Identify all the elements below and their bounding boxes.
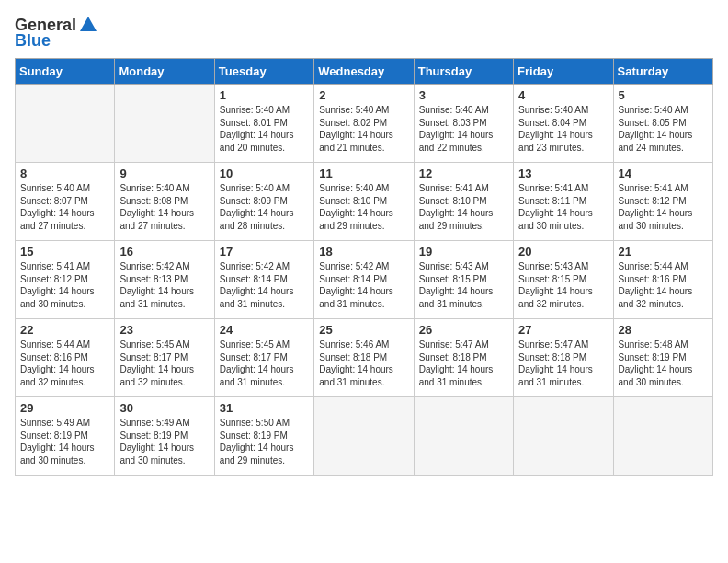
day-info: Sunrise: 5:45 AMSunset: 8:17 PMDaylight:… xyxy=(220,339,309,388)
calendar-header-row: SundayMondayTuesdayWednesdayThursdayFrid… xyxy=(16,59,713,85)
calendar-header-tuesday: Tuesday xyxy=(214,59,313,85)
day-number: 22 xyxy=(20,323,109,337)
calendar-day-cell xyxy=(115,85,214,163)
day-info: Sunrise: 5:41 AMSunset: 8:12 PMDaylight:… xyxy=(619,182,708,232)
calendar-header-sunday: Sunday xyxy=(16,59,115,85)
calendar-week-row: 29Sunrise: 5:49 AMSunset: 8:19 PMDayligh… xyxy=(16,397,713,476)
calendar-day-cell: 21Sunrise: 5:44 AMSunset: 8:16 PMDayligh… xyxy=(613,241,712,319)
day-number: 10 xyxy=(220,167,309,180)
calendar-day-cell: 23Sunrise: 5:45 AMSunset: 8:17 PMDayligh… xyxy=(115,319,214,397)
calendar-day-cell: 20Sunrise: 5:43 AMSunset: 8:15 PMDayligh… xyxy=(514,241,613,319)
calendar-day-cell: 18Sunrise: 5:42 AMSunset: 8:14 PMDayligh… xyxy=(314,241,414,319)
calendar-day-cell: 27Sunrise: 5:47 AMSunset: 8:18 PMDayligh… xyxy=(514,319,613,397)
calendar-day-cell: 17Sunrise: 5:42 AMSunset: 8:14 PMDayligh… xyxy=(214,241,313,319)
day-number: 17 xyxy=(220,245,309,259)
calendar-day-cell: 12Sunrise: 5:41 AMSunset: 8:10 PMDayligh… xyxy=(414,163,513,241)
calendar-day-cell: 10Sunrise: 5:40 AMSunset: 8:09 PMDayligh… xyxy=(214,163,313,241)
day-number: 24 xyxy=(220,323,309,337)
day-info: Sunrise: 5:44 AMSunset: 8:16 PMDaylight:… xyxy=(20,339,109,388)
day-number: 27 xyxy=(518,323,608,337)
logo-icon xyxy=(78,15,98,35)
day-info: Sunrise: 5:47 AMSunset: 8:18 PMDaylight:… xyxy=(419,339,508,388)
calendar-day-cell: 15Sunrise: 5:41 AMSunset: 8:12 PMDayligh… xyxy=(16,241,115,319)
header: General Blue xyxy=(15,15,713,51)
calendar-day-cell: 1Sunrise: 5:40 AMSunset: 8:01 PMDaylight… xyxy=(214,85,313,163)
day-info: Sunrise: 5:43 AMSunset: 8:15 PMDaylight:… xyxy=(518,260,608,310)
day-number: 20 xyxy=(518,245,608,259)
svg-marker-0 xyxy=(80,17,97,31)
calendar-week-row: 15Sunrise: 5:41 AMSunset: 8:12 PMDayligh… xyxy=(16,241,713,319)
calendar-header-friday: Friday xyxy=(514,59,613,85)
calendar-header-thursday: Thursday xyxy=(414,59,513,85)
day-number: 29 xyxy=(20,401,109,415)
calendar-week-row: 1Sunrise: 5:40 AMSunset: 8:01 PMDaylight… xyxy=(16,85,713,163)
day-info: Sunrise: 5:46 AMSunset: 8:18 PMDaylight:… xyxy=(319,339,408,388)
day-info: Sunrise: 5:48 AMSunset: 8:19 PMDaylight:… xyxy=(619,339,708,388)
day-info: Sunrise: 5:42 AMSunset: 8:14 PMDaylight:… xyxy=(220,260,309,310)
day-number: 30 xyxy=(119,401,209,415)
calendar-day-cell xyxy=(414,397,513,476)
day-info: Sunrise: 5:50 AMSunset: 8:19 PMDaylight:… xyxy=(220,417,309,466)
calendar-header-saturday: Saturday xyxy=(613,59,712,85)
day-number: 15 xyxy=(20,245,109,259)
day-number: 16 xyxy=(119,245,209,259)
calendar-day-cell xyxy=(314,397,414,476)
day-info: Sunrise: 5:49 AMSunset: 8:19 PMDaylight:… xyxy=(119,417,209,466)
day-number: 11 xyxy=(319,167,408,180)
day-info: Sunrise: 5:42 AMSunset: 8:14 PMDaylight:… xyxy=(319,260,408,310)
calendar-day-cell: 16Sunrise: 5:42 AMSunset: 8:13 PMDayligh… xyxy=(115,241,214,319)
day-info: Sunrise: 5:40 AMSunset: 8:04 PMDaylight:… xyxy=(518,104,608,154)
calendar-day-cell: 11Sunrise: 5:40 AMSunset: 8:10 PMDayligh… xyxy=(314,163,414,241)
day-info: Sunrise: 5:41 AMSunset: 8:11 PMDaylight:… xyxy=(518,182,608,232)
day-info: Sunrise: 5:40 AMSunset: 8:09 PMDaylight:… xyxy=(220,182,309,232)
day-info: Sunrise: 5:41 AMSunset: 8:12 PMDaylight:… xyxy=(20,260,109,310)
day-info: Sunrise: 5:43 AMSunset: 8:15 PMDaylight:… xyxy=(419,260,508,310)
calendar-week-row: 8Sunrise: 5:40 AMSunset: 8:07 PMDaylight… xyxy=(16,163,713,241)
logo-blue-text: Blue xyxy=(15,31,51,51)
day-number: 8 xyxy=(20,167,109,180)
day-number: 18 xyxy=(319,245,408,259)
calendar-day-cell: 4Sunrise: 5:40 AMSunset: 8:04 PMDaylight… xyxy=(514,85,613,163)
day-info: Sunrise: 5:40 AMSunset: 8:07 PMDaylight:… xyxy=(20,182,109,232)
calendar-day-cell: 26Sunrise: 5:47 AMSunset: 8:18 PMDayligh… xyxy=(414,319,513,397)
day-info: Sunrise: 5:44 AMSunset: 8:16 PMDaylight:… xyxy=(619,260,708,310)
day-number: 12 xyxy=(419,167,508,180)
logo: General Blue xyxy=(15,15,98,51)
day-number: 25 xyxy=(319,323,408,337)
calendar-week-row: 22Sunrise: 5:44 AMSunset: 8:16 PMDayligh… xyxy=(16,319,713,397)
calendar-day-cell: 28Sunrise: 5:48 AMSunset: 8:19 PMDayligh… xyxy=(613,319,712,397)
day-number: 14 xyxy=(619,167,708,180)
day-number: 9 xyxy=(119,167,209,180)
day-number: 19 xyxy=(419,245,508,259)
calendar-day-cell: 13Sunrise: 5:41 AMSunset: 8:11 PMDayligh… xyxy=(514,163,613,241)
calendar-day-cell: 19Sunrise: 5:43 AMSunset: 8:15 PMDayligh… xyxy=(414,241,513,319)
calendar-day-cell: 8Sunrise: 5:40 AMSunset: 8:07 PMDaylight… xyxy=(16,163,115,241)
day-number: 2 xyxy=(319,88,408,102)
day-number: 13 xyxy=(518,167,608,180)
calendar-day-cell: 22Sunrise: 5:44 AMSunset: 8:16 PMDayligh… xyxy=(16,319,115,397)
day-info: Sunrise: 5:40 AMSunset: 8:02 PMDaylight:… xyxy=(319,104,408,154)
day-number: 1 xyxy=(220,88,309,102)
day-number: 31 xyxy=(220,401,309,415)
day-info: Sunrise: 5:40 AMSunset: 8:01 PMDaylight:… xyxy=(220,104,309,154)
day-info: Sunrise: 5:47 AMSunset: 8:18 PMDaylight:… xyxy=(518,339,608,388)
day-info: Sunrise: 5:40 AMSunset: 8:08 PMDaylight:… xyxy=(119,182,209,232)
day-number: 23 xyxy=(119,323,209,337)
day-number: 21 xyxy=(619,245,708,259)
calendar-day-cell: 5Sunrise: 5:40 AMSunset: 8:05 PMDaylight… xyxy=(613,85,712,163)
calendar-day-cell: 24Sunrise: 5:45 AMSunset: 8:17 PMDayligh… xyxy=(214,319,313,397)
calendar-day-cell xyxy=(16,85,115,163)
day-info: Sunrise: 5:41 AMSunset: 8:10 PMDaylight:… xyxy=(419,182,508,232)
calendar-header-monday: Monday xyxy=(115,59,214,85)
day-info: Sunrise: 5:45 AMSunset: 8:17 PMDaylight:… xyxy=(119,339,209,388)
calendar-day-cell: 31Sunrise: 5:50 AMSunset: 8:19 PMDayligh… xyxy=(214,397,313,476)
day-info: Sunrise: 5:40 AMSunset: 8:03 PMDaylight:… xyxy=(419,104,508,154)
calendar-day-cell: 3Sunrise: 5:40 AMSunset: 8:03 PMDaylight… xyxy=(414,85,513,163)
day-number: 5 xyxy=(619,88,708,102)
day-info: Sunrise: 5:40 AMSunset: 8:10 PMDaylight:… xyxy=(319,182,408,232)
day-number: 28 xyxy=(619,323,708,337)
calendar-table: SundayMondayTuesdayWednesdayThursdayFrid… xyxy=(15,58,713,476)
calendar-day-cell: 25Sunrise: 5:46 AMSunset: 8:18 PMDayligh… xyxy=(314,319,414,397)
calendar-day-cell: 9Sunrise: 5:40 AMSunset: 8:08 PMDaylight… xyxy=(115,163,214,241)
calendar-header-wednesday: Wednesday xyxy=(314,59,414,85)
